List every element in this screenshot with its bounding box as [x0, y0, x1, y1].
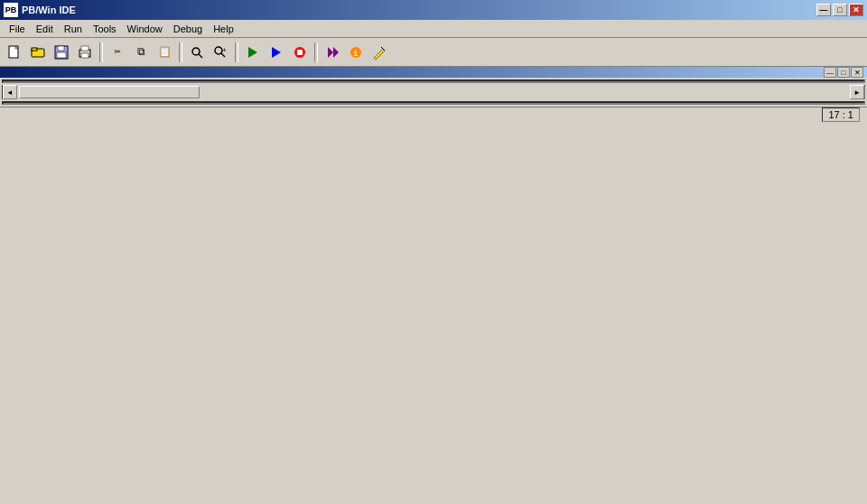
- svg-rect-8: [81, 46, 89, 51]
- maximize-button[interactable]: □: [833, 4, 847, 16]
- inner-minimize-button[interactable]: —: [824, 67, 836, 78]
- menu-help[interactable]: Help: [208, 22, 239, 36]
- svg-point-12: [215, 47, 222, 54]
- save-button[interactable]: [51, 42, 72, 63]
- menu-file[interactable]: File: [4, 22, 31, 36]
- stop-button[interactable]: [289, 42, 311, 63]
- svg-point-10: [192, 48, 200, 55]
- svg-text:i: i: [353, 50, 359, 59]
- title-bar: PB PB/Win IDE — □ ✕: [0, 0, 867, 20]
- close-button[interactable]: ✕: [849, 4, 863, 16]
- app-title: PB/Win IDE: [22, 5, 816, 15]
- separator-3: [235, 42, 238, 62]
- open-button[interactable]: [27, 42, 49, 63]
- svg-text:+: +: [222, 46, 227, 54]
- mdi-area: — □ ✕ #COMPILE DLL #DIM ALL %USEMACROS =…: [0, 67, 867, 70]
- code-content: #COMPILE DLL #DIM ALL %USEMACROS = 1 #IN…: [4, 81, 849, 83]
- svg-marker-15: [248, 47, 257, 58]
- menu-edit[interactable]: Edit: [31, 22, 59, 36]
- scroll-right-arrow[interactable]: ►: [850, 85, 864, 99]
- hscroll-track[interactable]: [17, 85, 850, 99]
- minimize-button[interactable]: —: [816, 4, 831, 16]
- run-button[interactable]: [266, 42, 287, 63]
- horizontal-scrollbar[interactable]: ◄ ►: [2, 85, 865, 99]
- hscroll-thumb[interactable]: [19, 86, 200, 98]
- app-icon: PB: [4, 3, 18, 17]
- svg-marker-19: [328, 47, 333, 58]
- inner-title-bar: — □ ✕: [0, 67, 867, 78]
- paste-button[interactable]: 📋: [154, 42, 175, 63]
- output-panel: [2, 101, 865, 105]
- toolbar: ✂ ⧉ 📋 + i: [0, 38, 867, 67]
- inner-close-button[interactable]: ✕: [851, 67, 863, 78]
- separator-1: [99, 42, 103, 62]
- compile-button[interactable]: [242, 42, 264, 63]
- svg-line-11: [199, 54, 202, 58]
- menu-window[interactable]: Window: [122, 22, 168, 36]
- code-editor[interactable]: #COMPILE DLL #DIM ALL %USEMACROS = 1 #IN…: [2, 79, 865, 83]
- code-window: — □ ✕ #COMPILE DLL #DIM ALL %USEMACROS =…: [0, 67, 867, 70]
- cursor-position: 17 : 1: [822, 107, 860, 122]
- scroll-up-arrow[interactable]: ▲: [850, 81, 864, 83]
- separator-2: [179, 42, 182, 62]
- debug2-button[interactable]: i: [345, 42, 367, 63]
- debug1-button[interactable]: [322, 42, 343, 63]
- menu-bar: File Edit Run Tools Window Debug Help: [0, 20, 867, 38]
- svg-rect-18: [297, 50, 303, 55]
- svg-marker-23: [374, 49, 385, 60]
- title-buttons: — □ ✕: [816, 4, 863, 16]
- svg-rect-6: [57, 52, 66, 58]
- svg-marker-20: [333, 47, 339, 58]
- new-button[interactable]: [4, 42, 25, 63]
- cut-button[interactable]: ✂: [107, 42, 128, 63]
- separator-4: [314, 42, 318, 62]
- copy-button[interactable]: ⧉: [130, 42, 152, 63]
- svg-rect-3: [32, 48, 37, 51]
- svg-rect-5: [58, 46, 64, 51]
- print-button[interactable]: [74, 42, 96, 63]
- edit-button[interactable]: [368, 42, 390, 63]
- svg-rect-9: [81, 53, 89, 58]
- svg-marker-16: [272, 47, 281, 58]
- scroll-left-arrow[interactable]: ◄: [3, 85, 17, 99]
- inner-restore-button[interactable]: □: [837, 67, 850, 78]
- status-bar: 17 : 1: [0, 107, 867, 122]
- find-button[interactable]: [186, 42, 208, 63]
- find-next-button[interactable]: +: [210, 42, 231, 63]
- menu-tools[interactable]: Tools: [88, 22, 122, 36]
- menu-debug[interactable]: Debug: [168, 22, 208, 36]
- menu-run[interactable]: Run: [59, 22, 88, 36]
